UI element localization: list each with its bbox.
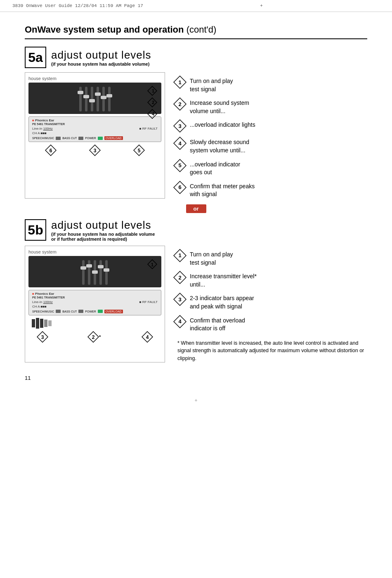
step-5a-4: 4 Slowly decrease soundsystem volume unt… <box>173 137 367 154</box>
section-5a-steps: 1 Turn on and playtest signal 2 Increase… <box>173 72 367 199</box>
diag-bot-5: 5 <box>133 144 145 156</box>
svg-text:1: 1 <box>151 262 153 267</box>
step-5b-4-diamond: 4 <box>173 315 187 328</box>
section-5b-title-main: adjust output levels <box>51 219 155 232</box>
section-5a-body: house system <box>25 72 367 199</box>
device-btn-sm-5b[interactable] <box>56 310 61 313</box>
device-speechmode-label: SPEECH/MUSIC <box>32 137 54 140</box>
device-cha-5b: CH A ■■■ <box>32 305 158 308</box>
page-crosshair: + <box>260 3 263 8</box>
device-info-5a: Line-In 100Hz ■ RF FAULT <box>32 127 158 130</box>
device-controls-5b: SPEECH/MUSIC BASS CUT POWER OVERLOAD <box>32 310 158 313</box>
section-5b-title-sub: (if your house system has no adjustable … <box>51 232 155 242</box>
svg-text:2: 2 <box>92 334 95 340</box>
fader-2-knob <box>83 95 89 98</box>
page-content: OnWave system setup and operation (cont'… <box>0 12 392 398</box>
step-5b-3: 3 2-3 indicator bars appearand peak with… <box>173 293 367 310</box>
bar-1 <box>32 319 35 327</box>
no-bold: no <box>109 232 114 237</box>
mixer-faders-5b <box>33 260 156 285</box>
section-5b-title-block: adjust output levels (if your house syst… <box>51 219 155 242</box>
page-title-normal: (cont'd) <box>187 24 217 35</box>
step-5b-1: 1 Turn on and playtest signal <box>173 249 367 267</box>
step-5a-4-text: Slowly decrease soundsystem volume until… <box>190 137 249 154</box>
fader-4 <box>97 87 99 111</box>
diag-bot-3: 3 <box>89 144 101 156</box>
section-5a-title-block: adjust output levels (if your house syst… <box>51 49 151 66</box>
diag-num-1: 1 <box>152 86 154 96</box>
step-5a-4-diamond: 4 <box>173 137 187 150</box>
step-5a-5: 5 ...overload indicatorgoes out <box>173 159 367 177</box>
svg-text:5: 5 <box>138 148 141 154</box>
bar-2 <box>36 318 39 329</box>
step-5b-3-diamond: 3 <box>173 293 187 306</box>
device-btn-sm[interactable] <box>56 137 61 140</box>
fader-5 <box>102 87 105 111</box>
fader-5-track <box>102 87 105 111</box>
device-basscut-label-5b: BASS CUT <box>62 310 77 313</box>
step-5b-3-num: 3 <box>178 296 181 303</box>
fader-5b-3-track <box>94 260 96 285</box>
step-5b-1-text: Turn on and playtest signal <box>190 249 233 267</box>
step-5a-5-text: ...overload indicatorgoes out <box>190 159 240 177</box>
fader-5b-5-track <box>105 260 108 285</box>
fader-5b-1 <box>82 260 85 285</box>
device-btn-bc-5b[interactable] <box>78 310 83 313</box>
device-btn-power-5b[interactable] <box>98 310 103 313</box>
step-5b-4: 4 Confirm that overloadindicator is off <box>173 315 367 333</box>
transmitter-5b: ■ Phonics Ear PE 5461 TRANSMITTER Line-I… <box>28 290 161 315</box>
fader-5b-4 <box>99 260 102 285</box>
device-power-label: POWER <box>85 137 96 140</box>
step-5b-2-text: Increase transmitter level*until... <box>190 271 257 289</box>
fader-4-knob <box>95 92 101 96</box>
step-5a-2-text: Increase sound systemvolume until... <box>190 97 249 115</box>
step-5a-5-diamond: 5 <box>173 159 187 172</box>
fader-5b-4-knob <box>98 265 104 268</box>
step-5b-2-num: 2 <box>178 275 181 281</box>
device-basscut-label: BASS CUT <box>62 137 77 140</box>
diag-5b-step2-asterisk: 2 * <box>87 331 102 343</box>
svg-text:3: 3 <box>94 148 97 154</box>
section-5b-label: 5b <box>25 219 46 241</box>
step-5a-6-num: 6 <box>178 184 181 190</box>
step-5a-2: 2 Increase sound systemvolume until... <box>173 97 367 115</box>
section-5b-body: house system <box>25 246 367 362</box>
fader-5b-1-knob <box>80 266 86 270</box>
device-ch: CH A ■■■ <box>32 131 47 135</box>
overload-indicator-5b: OVERLOAD <box>104 310 123 313</box>
fader-1-knob <box>78 91 83 94</box>
page-title-bold: OnWave system setup and operation <box>25 24 184 35</box>
step-5b-1-diamond: 1 <box>173 249 187 262</box>
page-title: OnWave system setup and operation (cont'… <box>25 24 367 39</box>
svg-text:3: 3 <box>41 334 44 340</box>
step-5a-2-diamond: 2 <box>173 97 187 111</box>
device-power-label-5b: POWER <box>85 310 96 313</box>
bottom-crosshair: + <box>0 398 392 407</box>
fader-6-knob <box>106 94 112 97</box>
footnote-5b: * When transmitter level is increased, t… <box>173 339 367 362</box>
section-5b-diagram-label: house system <box>28 249 161 254</box>
step-5a-2-num: 2 <box>178 101 181 107</box>
or-divider: or <box>25 204 367 213</box>
file-info-left: 3839 OnWave User Guide 12/28/04 11:59 AM… <box>12 3 143 8</box>
fader-3-track <box>91 87 93 111</box>
step-5a-3: 3 ...overload indicator lights <box>173 119 367 133</box>
step-5a-1-num: 1 <box>178 79 181 85</box>
section-5b-steps: 1 Turn on and playtest signal 2 Increase… <box>173 246 367 362</box>
step-5a-1-diamond: 1 <box>173 76 187 89</box>
device-info-5b: Line-In 100Hz ■ RF FAULT <box>32 300 158 304</box>
bar-4 <box>44 320 47 327</box>
mixer-graphic-5b: 1 <box>28 256 161 287</box>
device-btn-power[interactable] <box>98 137 103 140</box>
diag-5b-bot-4: 4 <box>142 331 153 343</box>
step-5a-4-num: 4 <box>178 140 181 147</box>
diag-5b-step-1-shape: 1 <box>147 259 157 269</box>
bar-3 <box>40 319 43 328</box>
step-5b-3-text: 2-3 indicator bars appearand peak with s… <box>190 293 254 310</box>
device-btn-bc[interactable] <box>78 137 83 140</box>
step-5a-3-diamond: 3 <box>173 119 187 133</box>
mixer-graphic-5a: 1 2 4 <box>28 83 161 114</box>
fader-5b-1-track <box>82 260 85 285</box>
device-controls-5a: SPEECH/MUSIC BASS CUT POWER OVERLOAD <box>32 136 158 140</box>
section-5a-header: 5a adjust output levels (if your house s… <box>25 47 367 68</box>
